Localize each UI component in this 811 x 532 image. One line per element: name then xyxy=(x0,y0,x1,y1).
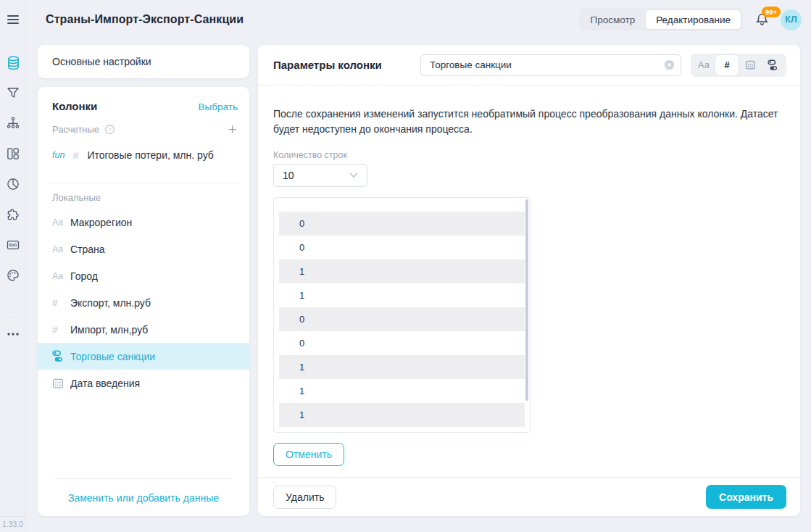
field-label: Страна xyxy=(70,244,105,255)
app: SVG 1.33.0 Страны-Импорт-Экспор xyxy=(0,0,811,532)
mode-edit-button[interactable]: Редактирование xyxy=(645,9,741,30)
hierarchy-icon[interactable] xyxy=(0,109,26,138)
table-row: 1 xyxy=(279,283,525,307)
columns-card: Колонки Выбрать Расчетные ? fun # Итогов… xyxy=(38,87,249,516)
field-item-calculated[interactable]: fun # Итоговые потери, млн. руб xyxy=(38,142,249,168)
date-type-icon xyxy=(52,378,67,389)
field-label: Макрорегион xyxy=(70,217,132,228)
number-type-icon: # xyxy=(52,324,67,335)
cancel-button[interactable]: Отменить xyxy=(273,443,344,466)
function-icon: fun xyxy=(52,150,65,160)
type-date-button[interactable] xyxy=(739,55,762,75)
column-params-panel: Параметры колонки Aa # xyxy=(258,45,800,516)
field-label: Торговые санкции xyxy=(70,351,155,362)
app-version: 1.33.0 xyxy=(2,520,23,528)
field-label: Итоговые потери, млн. руб xyxy=(87,149,213,161)
rail-bottom-divider xyxy=(0,516,26,517)
rows-count-value: 10 xyxy=(283,170,294,181)
rail-divider xyxy=(4,317,22,317)
string-type-icon: Aa xyxy=(52,271,67,281)
notifications-button[interactable]: 99+ xyxy=(754,10,772,29)
hamburger-menu-icon[interactable] xyxy=(0,6,26,33)
string-type-icon: Aa xyxy=(52,244,67,254)
plugin-icon[interactable] xyxy=(0,200,26,229)
add-calculated-field-button[interactable] xyxy=(227,124,238,135)
scrollbar[interactable] xyxy=(525,199,528,401)
preview-table: 001100111 xyxy=(273,197,531,433)
field-label: Экспорт, млн.руб xyxy=(70,297,151,309)
section-divider xyxy=(49,183,238,183)
dashboard-icon[interactable] xyxy=(0,139,26,168)
basic-settings-label: Основные настройки xyxy=(52,56,151,67)
replace-data-link[interactable]: Заменить или добавить данные xyxy=(38,479,249,516)
svg-icon[interactable]: SVG xyxy=(0,230,26,259)
number-type-icon: # xyxy=(52,297,67,308)
type-number-button[interactable]: # xyxy=(715,55,739,75)
local-label: Локальные xyxy=(52,192,249,203)
filter-icon[interactable] xyxy=(0,78,26,107)
number-type-icon: # xyxy=(72,150,87,161)
column-type-switcher: Aa # xyxy=(691,54,786,77)
select-columns-link[interactable]: Выбрать xyxy=(199,101,238,112)
columns-title: Колонки xyxy=(52,100,97,112)
left-icon-rail: SVG 1.33.0 xyxy=(0,0,26,532)
field-label: Импорт, млн,руб xyxy=(70,324,148,336)
datasets-icon[interactable] xyxy=(0,48,26,77)
avatar[interactable]: КЛ xyxy=(781,9,802,30)
chevron-down-icon xyxy=(349,173,358,178)
field-label: Город xyxy=(70,270,98,282)
table-row: 0 xyxy=(279,307,525,331)
save-button[interactable]: Сохранить xyxy=(706,485,786,509)
table-row: 0 xyxy=(279,236,525,259)
svg-text:?: ? xyxy=(108,126,112,133)
type-string-button[interactable]: Aa xyxy=(692,55,715,75)
table-row: 1 xyxy=(279,259,525,283)
field-item-city[interactable]: Aa Город xyxy=(38,262,249,289)
panel-title: Параметры колонки xyxy=(273,59,382,71)
mode-view-button[interactable]: Просмотр xyxy=(581,9,646,30)
more-icon[interactable] xyxy=(0,320,26,349)
svg-text:SVG: SVG xyxy=(9,243,17,247)
field-label: Дата введения xyxy=(70,378,140,389)
field-item-import[interactable]: # Импорт, млн,руб xyxy=(38,316,249,343)
type-boolean-button[interactable] xyxy=(762,55,785,75)
boolean-type-icon xyxy=(52,350,67,362)
basic-settings-card[interactable]: Основные настройки xyxy=(38,45,249,78)
table-row: 1 xyxy=(279,379,525,403)
notifications-badge: 99+ xyxy=(762,7,781,17)
palette-icon[interactable] xyxy=(0,261,26,290)
help-icon[interactable]: ? xyxy=(104,124,115,135)
field-item-export[interactable]: # Экспорт, млн.руб xyxy=(38,289,249,316)
page-title: Страны-Импорт-Экспорт-Санкции xyxy=(46,13,244,26)
mode-switcher: Просмотр Редактирование xyxy=(579,8,744,31)
table-row: 0 xyxy=(279,212,525,236)
field-item-sanctions[interactable]: Торговые санкции xyxy=(38,343,249,370)
clear-icon[interactable] xyxy=(664,59,675,70)
chart-icon[interactable] xyxy=(0,170,26,199)
field-item-date[interactable]: Дата введения xyxy=(38,370,249,396)
rows-count-label: Количество строк xyxy=(273,150,785,160)
field-item-country[interactable]: Aa Страна xyxy=(38,236,249,262)
column-name-input[interactable] xyxy=(420,54,681,76)
warning-text: После сохранения изменений запустится не… xyxy=(273,107,781,137)
topbar: Страны-Импорт-Экспорт-Санкции Просмотр Р… xyxy=(27,0,811,39)
table-row: 0 xyxy=(279,331,525,355)
calculated-label: Расчетные xyxy=(52,124,99,135)
table-row: 1 xyxy=(279,355,525,379)
rows-count-select[interactable]: 10 xyxy=(273,164,367,187)
table-row: 1 xyxy=(279,403,525,427)
delete-button[interactable]: Удалить xyxy=(273,486,336,509)
string-type-icon: Aa xyxy=(52,217,67,228)
field-item-macroregion[interactable]: Aa Макрорегион xyxy=(38,209,249,236)
preview-rows: 001100111 xyxy=(279,212,525,427)
